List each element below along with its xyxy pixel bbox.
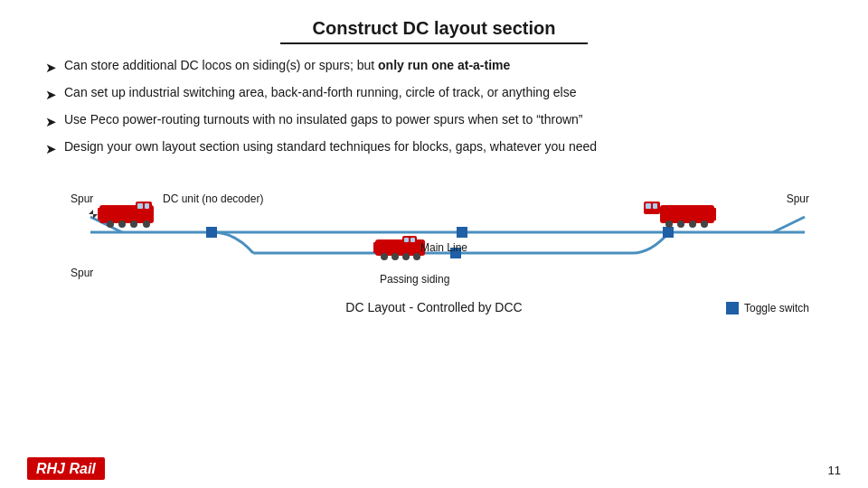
bullet-text-1: Can store additional DC locos on siding(… xyxy=(64,57,510,75)
toggle-switch-legend: Toggle switch xyxy=(726,302,809,314)
svg-rect-19 xyxy=(709,208,716,221)
list-item: ➤ Can set up industrial switching area, … xyxy=(45,84,823,104)
svg-rect-28 xyxy=(373,242,380,253)
list-item: ➤ Use Peco power-routing turnouts with n… xyxy=(45,111,823,131)
svg-point-25 xyxy=(689,221,696,228)
list-item: ➤ Can store additional DC locos on sidin… xyxy=(45,57,823,77)
page-number: 11 xyxy=(828,464,841,477)
bullet-arrow-icon: ➤ xyxy=(45,139,57,158)
svg-rect-22 xyxy=(653,203,657,209)
label-spur-left: Spur xyxy=(71,192,93,205)
bullet-text-4: Design your own layout section using sta… xyxy=(64,138,597,156)
svg-rect-5 xyxy=(457,227,467,238)
svg-rect-12 xyxy=(145,203,149,209)
svg-point-14 xyxy=(118,221,126,228)
svg-point-16 xyxy=(143,221,150,228)
bullet-list: ➤ Can store additional DC locos on sidin… xyxy=(45,57,823,158)
svg-point-35 xyxy=(413,253,420,260)
svg-point-33 xyxy=(392,253,399,260)
svg-rect-4 xyxy=(206,227,217,238)
toggle-switch-label: Toggle switch xyxy=(744,302,809,314)
label-main-line: Main Line xyxy=(420,241,467,254)
list-item: ➤ Design your own layout section using s… xyxy=(45,138,823,158)
svg-point-13 xyxy=(107,221,114,228)
svg-point-26 xyxy=(701,221,708,228)
diagram-area: Spur Spur Spur DC unit (no decoder) Main… xyxy=(45,167,823,325)
label-spur-right: Spur xyxy=(787,192,809,205)
svg-point-23 xyxy=(665,221,673,228)
svg-rect-31 xyxy=(410,238,415,242)
label-dc-unit: DC unit (no decoder) xyxy=(163,192,263,205)
bullet-arrow-icon: ➤ xyxy=(45,85,57,104)
toggle-switch-icon xyxy=(726,302,739,314)
bullet-arrow-icon: ➤ xyxy=(45,58,57,77)
footer: RHJ Rail xyxy=(27,461,105,477)
svg-line-2 xyxy=(773,217,805,232)
label-dc-layout: DC Layout - Controlled by DCC xyxy=(345,300,522,314)
svg-rect-30 xyxy=(404,238,409,242)
svg-point-15 xyxy=(130,221,137,228)
label-spur-left2: Spur xyxy=(71,267,93,279)
rhj-logo: RHJ Rail xyxy=(27,457,105,480)
svg-rect-18 xyxy=(660,205,714,223)
svg-rect-9 xyxy=(98,208,105,221)
bold-text-1: only run one at-a-time xyxy=(378,58,510,72)
slide: Construct DC layout section ➤ Can store … xyxy=(0,0,868,488)
label-passing-siding: Passing siding xyxy=(380,273,449,286)
svg-rect-6 xyxy=(663,227,674,238)
title-section: Construct DC layout section xyxy=(45,18,823,44)
svg-point-24 xyxy=(677,221,684,228)
title-underline xyxy=(280,42,588,44)
bullet-text-3: Use Peco power-routing turnouts with no … xyxy=(64,111,583,129)
svg-point-32 xyxy=(381,253,388,260)
svg-rect-11 xyxy=(137,203,143,209)
svg-point-34 xyxy=(402,253,410,260)
slide-title: Construct DC layout section xyxy=(45,18,823,39)
bullet-text-2: Can set up industrial switching area, ba… xyxy=(64,84,577,102)
bullet-arrow-icon: ➤ xyxy=(45,112,57,131)
svg-marker-17 xyxy=(89,210,98,219)
svg-rect-21 xyxy=(646,203,651,209)
